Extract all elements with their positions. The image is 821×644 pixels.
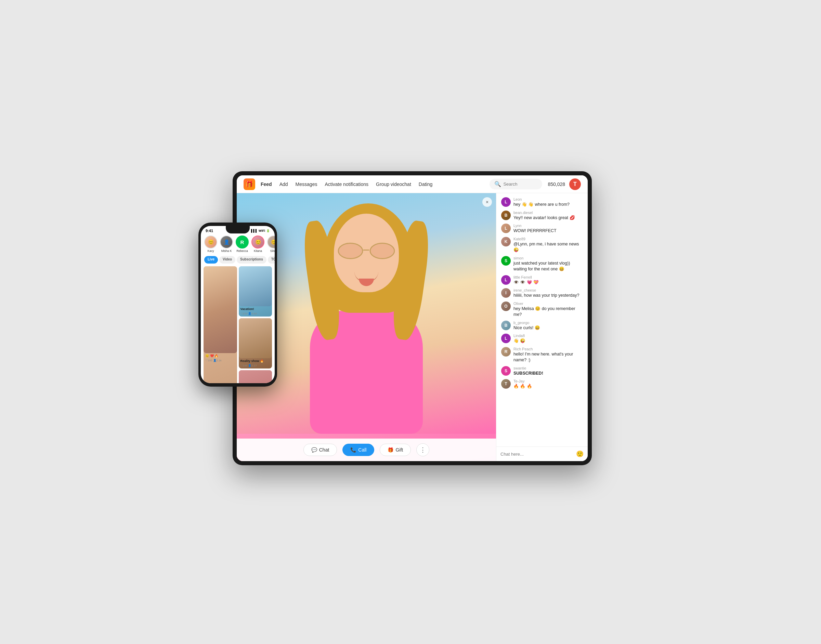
text-swantie: SUBSCRIBED! (514, 371, 583, 377)
close-button[interactable]: × (482, 197, 492, 207)
phone-tabs: Live Video Subscriptions TOP ⋮ (201, 255, 275, 265)
chat-button[interactable]: 💬 Chat (303, 444, 337, 456)
phone-feed: 😊 ❤️ 🔥 ♡195 👤2.1k Vacation! ♡270 👤4.64 (201, 265, 275, 383)
feed-right-col: Vacation! ♡270 👤4.64 Reality show 🔥 ♡144… (239, 266, 272, 368)
nav-videochat[interactable]: Group videochat (376, 181, 411, 187)
username-lynn: Lynn (514, 224, 583, 228)
chat-msg-bean: B bean.diesel Yey!! new avatar! looks gr… (501, 210, 583, 221)
username-linda: Linda8 (514, 334, 583, 338)
text-oliver: hey Melisa 😊 do you remember me? (514, 306, 583, 318)
text-tejay: 🔥 🔥 🔥 (514, 383, 583, 390)
search-bar[interactable]: 🔍 (489, 179, 542, 189)
feed-stats-2: ♡270 👤4.64 (239, 312, 272, 316)
scene: 🎁 Feed Add Messages Activate notificatio… (205, 161, 616, 483)
chat-msg-swantie: S swantie SUBSCRIBED! (501, 366, 583, 377)
chat-msg-simon: S simon just watched your latest vlog)) … (501, 256, 583, 273)
text-bean: Yey!! new avatar! looks great 💋 (514, 215, 583, 221)
text-georgo: Nice curls! 😄 (514, 325, 583, 331)
avatar-georgo: B (501, 320, 511, 330)
avatar-silvia: 😊 (267, 236, 275, 248)
story-name-kitana: Kitana (254, 249, 262, 253)
text-leon: hey 👋 👋 where are u from? (514, 202, 583, 208)
avatar-simon: S (501, 256, 511, 265)
main-content: × 💬 Chat 📞 Call 🎁 Gift (237, 193, 588, 461)
story-mishak[interactable]: 👤 Misha K (220, 236, 233, 253)
feed-item-1[interactable]: 😊 ❤️ 🔥 ♡195 👤2.1k (203, 266, 237, 383)
face (334, 214, 399, 292)
chat-input[interactable] (500, 452, 573, 457)
search-input[interactable] (503, 181, 537, 187)
avatar-leon: L (501, 197, 511, 207)
tab-subscriptions[interactable]: Subscriptions (237, 256, 266, 264)
username-swantie: swantie (514, 366, 583, 370)
tongue (359, 279, 374, 286)
username-bean: bean.diesel (514, 210, 583, 215)
feed-item-5[interactable]: Reality show ♡68 👤2.19 (239, 370, 272, 383)
story-name-kacy: Kacy (208, 249, 214, 253)
username-georgo: b_georgo (514, 320, 583, 325)
story-kacy[interactable]: 😊 Kacy (204, 236, 217, 253)
feed-bottom-left: Reality show ♡68 👤2.19 (239, 370, 272, 383)
avatar-bean: B (501, 210, 511, 220)
user-count: 850,028 (548, 181, 565, 187)
chat-sidebar: L Leon hey 👋 👋 where are u from? B bean.… (496, 193, 588, 461)
battery-icon: 🔋 (266, 229, 270, 232)
story-name-mishak: Misha K (221, 249, 232, 253)
tab-video[interactable]: Video (219, 256, 235, 264)
app-logo[interactable]: 🎁 (244, 178, 255, 190)
chat-icon: 💬 (311, 447, 317, 452)
nav-feed[interactable]: Feed (261, 181, 272, 187)
stories-row: 😊 Kacy 👤 Misha K R Rebecca 😊 Kitana (201, 234, 275, 255)
story-silvia[interactable]: 😊 Silvia (267, 236, 275, 253)
avatar-kacy: 😊 (204, 236, 217, 248)
story-kitana[interactable]: 😊 Kitana (251, 236, 264, 253)
chat-msg-irene: I irene_cheese hiiiiii, how was your tri… (501, 288, 583, 299)
glasses (337, 243, 397, 261)
gift-button[interactable]: 🎁 Gift (380, 444, 411, 456)
chat-msg-kate: K Kate89 @Lynn, pm me, i have some news … (501, 237, 583, 253)
story-rebecca[interactable]: R Rebecca (236, 236, 249, 253)
nav-notifications[interactable]: Activate notifications (324, 181, 368, 187)
tablet-screen: 🎁 Feed Add Messages Activate notificatio… (237, 175, 588, 461)
username-oliver: Oliver (514, 302, 583, 305)
call-icon: 📞 (350, 447, 356, 452)
call-button[interactable]: 📞 Call (343, 444, 374, 456)
story-name-rebecca: Rebecca (237, 249, 248, 253)
avatar-kitana: 😊 (251, 236, 264, 248)
more-button[interactable]: ⋮ (416, 443, 429, 456)
text-irene: hiiiiii, how was your trip yesterday? (514, 293, 583, 299)
chat-msg-tejay: T Te-Jay 🔥 🔥 🔥 (501, 379, 583, 390)
wifi-icon: WiFi (258, 229, 265, 232)
text-ferrell: 👁️ 👁️ 💗 💝 (514, 280, 583, 286)
tablet: 🎁 Feed Add Messages Activate notificatio… (233, 171, 592, 465)
nav-dating[interactable]: Dating (419, 181, 432, 187)
chat-messages: L Leon hey 👋 👋 where are u from? B bean.… (497, 193, 588, 446)
video-controls: 💬 Chat 📞 Call 🎁 Gift ⋮ (237, 439, 496, 461)
top-nav: 🎁 Feed Add Messages Activate notificatio… (237, 175, 588, 193)
username-ferrell: little Ferrell (514, 275, 583, 279)
feed-item-3[interactable]: Reality show 🔥 ♡144 👤2.17 (239, 318, 272, 368)
emoji-button[interactable]: 🙂 (576, 450, 584, 458)
phone-notch (226, 226, 250, 233)
feed-item-2[interactable]: Vacation! ♡270 👤4.64 (239, 266, 272, 316)
tab-live[interactable]: Live (204, 256, 218, 264)
avatar-irene: I (501, 288, 511, 298)
username-rich: Rich Peach (514, 347, 583, 351)
user-avatar[interactable]: T (569, 178, 581, 190)
feed-label-1: 😊 ❤️ 🔥 (203, 353, 237, 359)
phone-time: 9:41 (206, 229, 213, 233)
chat-msg-oliver: O Oliver hey Melisa 😊 do you remember me… (501, 302, 583, 318)
signal-icon: ▌▌▌ (251, 229, 258, 232)
story-name-silvia: Silvia (270, 249, 275, 253)
avatar-mishak: 👤 (220, 236, 233, 248)
avatar-rich: R (501, 347, 511, 357)
avatar-tejay: T (501, 379, 511, 389)
search-icon: 🔍 (494, 181, 501, 187)
tab-top[interactable]: TOP (268, 256, 275, 264)
nav-messages[interactable]: Messages (295, 181, 317, 187)
username-leon: Leon (514, 197, 583, 201)
nav-add[interactable]: Add (280, 181, 288, 187)
avatar-oliver: O (501, 302, 511, 311)
feed-label-3: Reality show 🔥 (239, 358, 272, 364)
username-tejay: Te-Jay (514, 379, 583, 383)
